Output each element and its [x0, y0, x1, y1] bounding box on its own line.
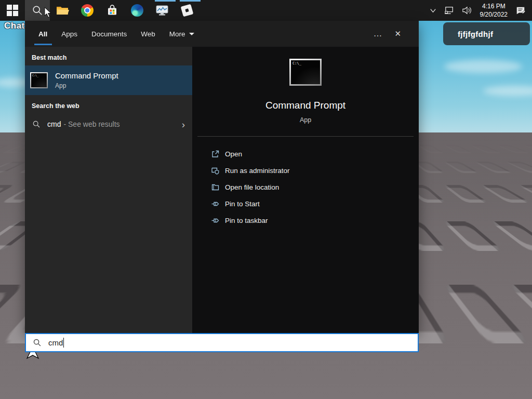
edge-icon	[131, 4, 143, 17]
chevron-down-icon	[189, 33, 194, 35]
result-type: App	[55, 82, 118, 89]
pin-icon	[211, 216, 220, 225]
task-manager-button[interactable]	[150, 0, 175, 21]
action-label: Open file location	[225, 183, 279, 191]
open-icon	[211, 150, 220, 158]
action-pin-to-taskbar[interactable]: Pin to taskbar	[211, 212, 419, 229]
roblox-icon	[181, 4, 194, 17]
chrome-button[interactable]	[75, 0, 100, 21]
running-indicator-roblox	[180, 0, 201, 2]
tab-web[interactable]: Web	[141, 21, 155, 47]
preview-panel: C:\_ Command Prompt App Open	[192, 47, 419, 333]
cloud	[444, 60, 522, 73]
task-manager-icon	[155, 4, 169, 17]
edge-button[interactable]	[125, 0, 150, 21]
action-label: Run as administrator	[225, 167, 290, 175]
admin-shield-icon	[211, 166, 220, 175]
action-label: Open	[225, 150, 242, 158]
command-prompt-icon: C:\_	[30, 72, 48, 88]
network-button[interactable]	[441, 0, 458, 21]
cloud	[483, 86, 532, 96]
preview-app-type: App	[300, 116, 311, 124]
folder-location-icon	[211, 183, 220, 192]
clock-date: 9/20/2022	[480, 10, 508, 19]
tab-label: Documents	[91, 30, 127, 38]
tab-apps[interactable]: Apps	[61, 21, 77, 47]
text-caret	[63, 338, 64, 348]
search-icon	[32, 5, 43, 16]
search-results-panel: Best match C:\_ Command Prompt App Searc…	[25, 47, 192, 333]
search-query-value: cmd	[48, 338, 63, 347]
file-explorer-button[interactable]	[50, 0, 75, 21]
tab-label: Apps	[61, 30, 77, 38]
tab-label: All	[38, 30, 47, 38]
tab-label: Web	[141, 30, 155, 38]
more-options-button[interactable]: …	[367, 29, 388, 39]
file-explorer-icon	[56, 4, 69, 17]
context-actions: Open Run as administrator Open file	[192, 137, 419, 229]
web-query-text: cmd	[47, 120, 61, 128]
clock-time: 4:16 PM	[480, 2, 508, 10]
windows-search-flyout: All Apps Documents Web More … ✕ Best mat…	[25, 21, 419, 333]
action-pin-to-start[interactable]: Pin to Start	[211, 195, 419, 212]
mouse-cursor	[43, 7, 53, 18]
tab-more[interactable]: More	[169, 21, 194, 47]
running-indicator-task-manager	[155, 0, 176, 2]
player-name-tag: fjfjfgfdhjf	[443, 22, 530, 45]
search-input[interactable]: cmd	[25, 333, 419, 352]
close-button[interactable]: ✕	[388, 29, 407, 38]
action-open[interactable]: Open	[211, 145, 419, 162]
search-tabs-bar: All Apps Documents Web More … ✕	[25, 21, 419, 47]
chrome-icon	[81, 4, 94, 17]
action-center-button[interactable]	[512, 0, 532, 21]
roblox-button[interactable]	[175, 0, 200, 21]
action-label: Pin to Start	[225, 200, 260, 208]
start-button[interactable]	[0, 0, 25, 21]
hidden-icons-button[interactable]	[425, 0, 441, 21]
network-icon	[444, 6, 455, 15]
result-title: Command Prompt	[55, 71, 118, 80]
microsoft-store-button[interactable]	[100, 0, 125, 21]
tab-documents[interactable]: Documents	[91, 21, 127, 47]
volume-icon	[462, 6, 472, 15]
chevron-right-icon[interactable]: ›	[182, 119, 185, 129]
microsoft-store-icon	[106, 4, 118, 17]
web-hint-text: - See web results	[63, 120, 119, 128]
tab-label: More	[169, 30, 185, 38]
notification-icon	[515, 5, 526, 16]
web-search-result[interactable]: cmd - See web results ›	[25, 114, 192, 135]
action-open-file-location[interactable]: Open file location	[211, 179, 419, 195]
volume-button[interactable]	[458, 0, 476, 21]
taskbar-clock[interactable]: 4:16 PM 9/20/2022	[476, 2, 512, 19]
search-icon	[33, 338, 42, 347]
action-label: Pin to taskbar	[225, 217, 268, 224]
command-prompt-icon-large: C:\_	[289, 59, 322, 86]
action-run-as-administrator[interactable]: Run as administrator	[211, 162, 419, 179]
tab-all[interactable]: All	[38, 21, 47, 47]
best-match-heading: Best match	[25, 47, 192, 65]
preview-app-name: Command Prompt	[265, 100, 345, 111]
pin-icon	[211, 200, 220, 208]
player-name: fjfjfgfdhjf	[458, 30, 493, 38]
taskbar: 4:16 PM 9/20/2022	[0, 0, 532, 21]
windows-logo-icon	[7, 5, 18, 16]
search-icon	[32, 120, 41, 128]
best-match-result[interactable]: C:\_ Command Prompt App	[25, 65, 192, 95]
system-tray: 4:16 PM 9/20/2022	[425, 0, 532, 21]
chevron-down-icon	[429, 7, 437, 15]
search-web-heading: Search the web	[25, 95, 192, 114]
